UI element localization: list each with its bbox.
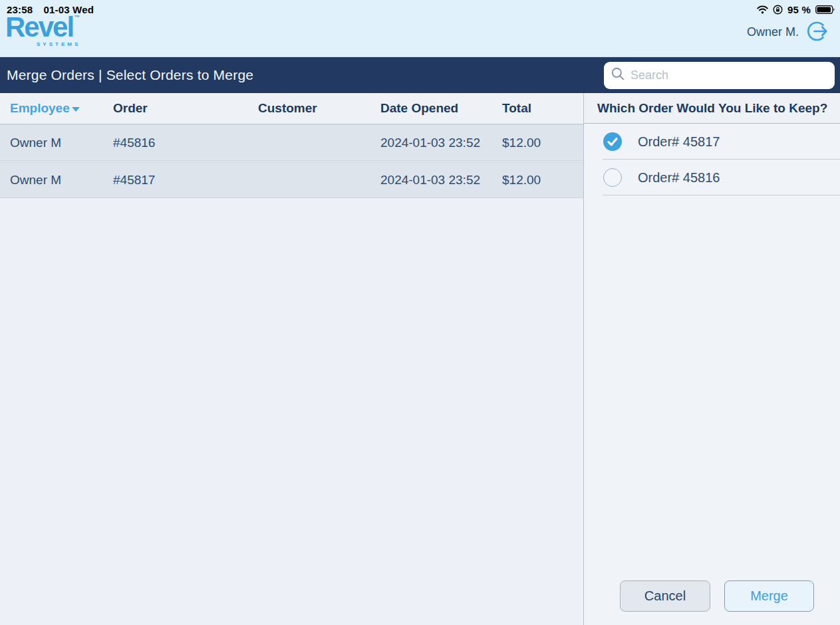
column-header-employee-label: Employee: [10, 101, 70, 116]
orders-table-header: Employee Order Customer Date Opened Tota…: [0, 93, 583, 124]
radio-unchecked-icon[interactable]: [603, 168, 622, 187]
keep-option-45816[interactable]: Order# 45816: [584, 160, 840, 195]
cell-employee: Owner M: [0, 136, 103, 150]
cell-order: #45817: [103, 173, 248, 188]
revel-logo-subtext: SYSTEMS: [37, 42, 80, 47]
search-box[interactable]: [604, 62, 835, 89]
column-header-date-opened: Date Opened: [370, 101, 492, 116]
merge-orders-screen: 23:58 01-03 Wed: [0, 0, 840, 625]
order-row-45816[interactable]: Owner M #45816 2024-01-03 23:52 $12.00: [0, 124, 583, 161]
top-header: 23:58 01-03 Wed: [0, 0, 840, 57]
cell-date-opened: 2024-01-03 23:52: [370, 173, 492, 188]
keep-option-45817[interactable]: Order# 45817: [584, 124, 840, 160]
column-header-employee[interactable]: Employee: [0, 101, 103, 116]
radio-checked-icon[interactable]: [603, 132, 622, 151]
column-header-customer: Customer: [248, 101, 370, 116]
keep-option-label: Order# 45816: [638, 170, 720, 186]
cancel-button[interactable]: Cancel: [620, 580, 710, 612]
revel-logo: Revel™ SYSTEMS: [5, 13, 80, 47]
cell-order: #45816: [103, 136, 248, 150]
search-input[interactable]: [630, 68, 828, 82]
logout-icon: [805, 19, 829, 45]
cell-employee: Owner M: [0, 173, 103, 188]
panel-buttons: Cancel Merge: [620, 580, 814, 612]
order-row-45817[interactable]: Owner M #45817 2024-01-03 23:52 $12.00: [0, 162, 583, 198]
merge-button[interactable]: Merge: [724, 580, 814, 612]
content-area: Employee Order Customer Date Opened Tota…: [0, 93, 840, 625]
user-name: Owner M.: [747, 25, 799, 39]
brand-row: Revel™ SYSTEMS Owner M.: [0, 12, 840, 52]
title-bar: Merge Orders | Select Orders to Merge: [0, 57, 840, 93]
page-title: Merge Orders | Select Orders to Merge: [7, 67, 253, 83]
cell-total: $12.00: [492, 173, 583, 188]
revel-logo-trademark: ™: [74, 14, 80, 21]
keep-panel-title: Which Order Would You Like to Keep?: [584, 93, 840, 124]
cell-total: $12.00: [492, 136, 583, 150]
keep-order-panel: Which Order Would You Like to Keep? Orde…: [583, 93, 840, 625]
user-area: Owner M.: [747, 19, 829, 45]
logout-button[interactable]: [805, 20, 829, 44]
keep-option-label: Order# 45817: [638, 134, 720, 150]
cell-date-opened: 2024-01-03 23:52: [370, 136, 492, 150]
sort-caret-icon: [72, 107, 80, 112]
revel-logo-text: Revel: [5, 11, 73, 43]
orders-table: Employee Order Customer Date Opened Tota…: [0, 93, 583, 625]
column-header-order: Order: [103, 101, 248, 116]
column-header-total: Total: [492, 101, 583, 116]
search-icon: [611, 66, 625, 84]
